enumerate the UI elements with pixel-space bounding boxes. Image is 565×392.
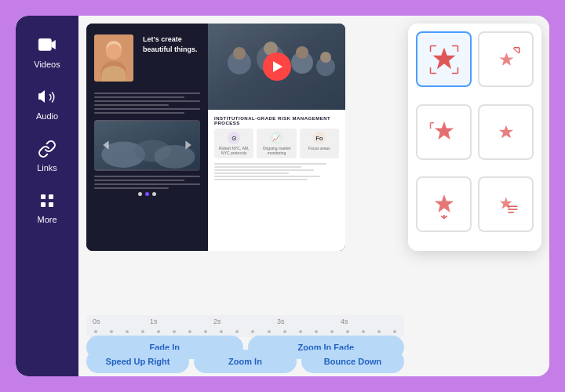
svg-point-10 bbox=[111, 46, 113, 49]
timeline-label-3s: 3s bbox=[277, 318, 285, 325]
timeline-label-1s: 1s bbox=[150, 318, 158, 325]
anim-small-inner bbox=[479, 106, 532, 158]
anim-cell-left[interactable] bbox=[416, 104, 472, 160]
svg-rect-5 bbox=[49, 202, 53, 207]
timeline-dot bbox=[283, 330, 286, 333]
doc-portrait-image bbox=[94, 34, 133, 82]
svg-rect-0 bbox=[38, 38, 51, 50]
card-3-text: Focus areas bbox=[308, 146, 330, 151]
svg-marker-38 bbox=[499, 53, 513, 65]
timeline-dot bbox=[393, 330, 396, 333]
svg-point-9 bbox=[108, 42, 120, 55]
anim-cell-corner[interactable] bbox=[478, 31, 534, 87]
timeline-container: 0s 1s 2s 3s 4s bbox=[86, 315, 404, 337]
timeline-dot bbox=[110, 330, 113, 333]
sidebar-audio-label: Audio bbox=[36, 111, 58, 121]
sidebar-item-videos[interactable]: Videos bbox=[22, 28, 72, 75]
timeline-label-2s: 2s bbox=[213, 318, 221, 325]
play-button[interactable] bbox=[263, 53, 291, 81]
card-1-icon: ⊙ bbox=[228, 132, 240, 144]
play-triangle-icon bbox=[273, 61, 282, 72]
anim-cell-line[interactable] bbox=[478, 176, 534, 232]
timeline-dot bbox=[157, 330, 160, 333]
doc-headline: Let's create beautiful things. bbox=[143, 34, 200, 54]
doc-cards-row: ⊙ Robert NYC, AM, NYC protocols 📈 Ongoin… bbox=[214, 129, 339, 158]
sidebar-videos-label: Videos bbox=[34, 60, 60, 69]
timeline-dot bbox=[204, 330, 207, 333]
pagination-dot-3 bbox=[152, 192, 156, 196]
sidebar-item-audio[interactable]: Audio bbox=[22, 80, 72, 127]
links-icon bbox=[36, 138, 58, 160]
doc-hands-image bbox=[94, 120, 200, 171]
anim-corner-inner bbox=[479, 33, 532, 85]
document-preview: Let's create beautiful things. bbox=[86, 24, 345, 251]
doc-risk-title: INSTITUTIONAL-GRADE RISK MANAGEMENT PROC… bbox=[214, 116, 339, 125]
zoom-in-button[interactable]: Zoom In bbox=[194, 350, 297, 373]
sidebar-item-more[interactable]: More bbox=[22, 183, 72, 230]
animation-picker bbox=[408, 24, 541, 251]
timeline-dot bbox=[126, 330, 129, 333]
svg-marker-50 bbox=[499, 197, 512, 209]
doc-card-1: ⊙ Robert NYC, AM, NYC protocols bbox=[214, 129, 253, 158]
speed-up-right-button[interactable]: Speed Up Right bbox=[86, 350, 189, 373]
timeline-dot bbox=[315, 330, 318, 333]
timeline-dot bbox=[94, 330, 97, 333]
svg-marker-42 bbox=[434, 122, 453, 140]
doc-meeting-image bbox=[208, 24, 345, 110]
doc-pagination bbox=[94, 192, 200, 196]
svg-rect-2 bbox=[41, 194, 46, 199]
timeline-dots-row bbox=[94, 330, 396, 333]
svg-rect-3 bbox=[49, 194, 53, 199]
timeline-dot bbox=[268, 330, 271, 333]
pagination-dot-2 bbox=[145, 192, 149, 196]
timeline-ruler: 0s 1s 2s 3s 4s bbox=[86, 315, 404, 337]
timeline-dot bbox=[173, 330, 176, 333]
timeline-dot bbox=[220, 330, 223, 333]
timeline-dot bbox=[235, 330, 239, 333]
svg-line-41 bbox=[513, 48, 519, 53]
svg-point-11 bbox=[115, 46, 118, 49]
sidebar-more-label: More bbox=[37, 215, 56, 224]
doc-card-2: 📈 Ongoing market monitoring bbox=[257, 129, 296, 158]
card-3-icon: Fo bbox=[313, 132, 326, 144]
doc-risk-content: INSTITUTIONAL-GRADE RISK MANAGEMENT PROC… bbox=[208, 110, 345, 188]
timeline-dot bbox=[362, 330, 365, 333]
anim-bottom-inner bbox=[417, 178, 470, 230]
timeline-dot bbox=[251, 330, 254, 333]
pagination-dot-1 bbox=[138, 192, 142, 196]
svg-marker-29 bbox=[432, 47, 455, 68]
content-area: Let's create beautiful things. bbox=[78, 16, 549, 376]
card-2-icon: 📈 bbox=[270, 132, 282, 144]
svg-rect-4 bbox=[41, 202, 46, 207]
audio-icon bbox=[36, 86, 58, 108]
timeline-label-0s: 0s bbox=[93, 318, 100, 325]
anim-line-inner bbox=[479, 178, 532, 230]
timeline-dot bbox=[330, 330, 334, 333]
anim-expand-inner bbox=[417, 33, 470, 85]
anim-left-inner bbox=[417, 106, 470, 158]
doc-text-block-2 bbox=[94, 176, 200, 189]
videos-icon bbox=[36, 34, 58, 56]
bounce-down-button[interactable]: Bounce Down bbox=[301, 350, 404, 373]
main-container: Videos Audio Links bbox=[16, 16, 549, 376]
doc-card-3: Fo Focus areas bbox=[300, 129, 339, 158]
sidebar-item-links[interactable]: Links bbox=[22, 132, 72, 179]
timeline-label-4s: 4s bbox=[341, 318, 348, 325]
doc-left-panel: Let's create beautiful things. bbox=[86, 24, 208, 251]
anim-cell-small[interactable] bbox=[478, 104, 534, 160]
svg-rect-16 bbox=[94, 122, 200, 169]
anim-cell-expand[interactable] bbox=[416, 31, 472, 87]
more-icon bbox=[36, 190, 58, 212]
svg-marker-45 bbox=[498, 125, 512, 139]
doc-right-text bbox=[214, 163, 339, 180]
doc-text-block-1 bbox=[94, 93, 200, 114]
svg-marker-46 bbox=[434, 194, 453, 212]
timeline-dot bbox=[377, 330, 381, 333]
anim-cell-bottom[interactable] bbox=[416, 176, 472, 232]
timeline-dot bbox=[188, 330, 191, 333]
card-2-text: Ongoing market monitoring bbox=[260, 146, 293, 155]
timeline-dot bbox=[141, 330, 144, 333]
sidebar-links-label: Links bbox=[37, 163, 57, 172]
timeline-dot bbox=[299, 330, 302, 333]
doc-right-panel: INSTITUTIONAL-GRADE RISK MANAGEMENT PROC… bbox=[208, 24, 345, 251]
